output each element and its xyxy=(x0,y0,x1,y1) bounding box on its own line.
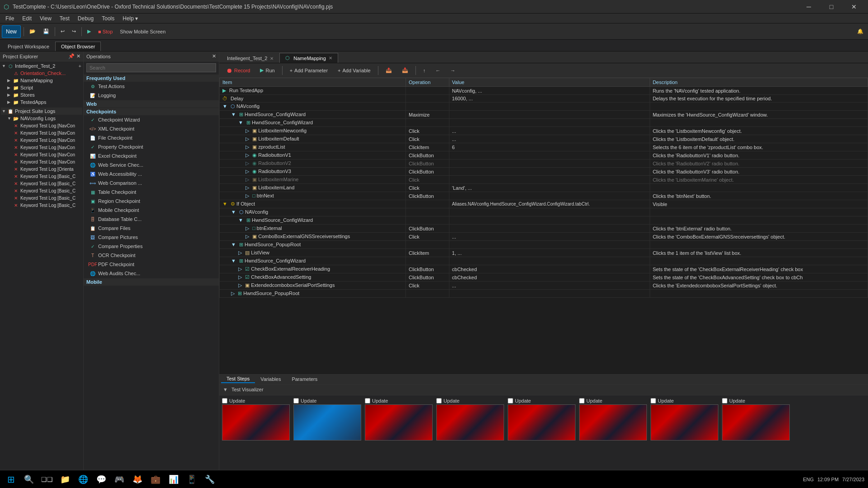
tree-item-intellegent-test[interactable]: ▼ ⬡ Intellegent_Test_2 + xyxy=(1,62,82,70)
tv-thumbnail-2[interactable] xyxy=(293,404,361,441)
tv-thumbnail-3[interactable] xyxy=(365,404,433,441)
tab-namemapping[interactable]: ⬡ NameMapping ✕ xyxy=(279,53,338,63)
new-button[interactable]: New xyxy=(2,25,21,38)
table-row[interactable]: ▷ □ btnExternal ClickButton Clicks the '… xyxy=(220,225,868,233)
start-button[interactable]: ⊞ xyxy=(4,472,18,487)
menu-view[interactable]: View xyxy=(36,14,55,23)
menu-debug[interactable]: Debug xyxy=(74,14,97,23)
table-row[interactable]: ▷ ▣ zproductList ClickItem 6 Selects the… xyxy=(220,143,868,151)
tv-checkbox-4[interactable] xyxy=(436,398,442,404)
ops-item-xml-checkpoint[interactable]: </> XML Checkpoint xyxy=(84,124,219,133)
menu-tools[interactable]: Tools xyxy=(98,14,118,23)
firefox-icon[interactable]: 🦊 xyxy=(130,472,145,487)
ops-item-database-table[interactable]: 🗄 Database Table C... xyxy=(84,215,219,224)
tree-item-script[interactable]: ▶ 📁 Script xyxy=(1,84,82,91)
tree-item-log-orienta[interactable]: ✕ Keyword Test Log [Orienta xyxy=(1,165,82,173)
tree-item-namemapping[interactable]: ▶ 📁 NameMapping xyxy=(1,77,82,84)
sidebar-close-icon[interactable]: ✕ xyxy=(76,53,80,59)
tree-item-tested-apps[interactable]: ▶ 📁 TestedApps xyxy=(1,99,82,106)
tv-thumbnail-7[interactable] xyxy=(651,404,718,441)
tab-intellegent-test[interactable]: Intellegent_Test_2 ✕ xyxy=(221,53,279,63)
tv-thumbnail-6[interactable] xyxy=(579,404,647,441)
tv-checkbox-8[interactable] xyxy=(722,398,727,404)
menu-file[interactable]: File xyxy=(2,14,18,23)
table-row[interactable]: ▷ ▣ ListboxitemLand Click 'Land', ... xyxy=(220,184,868,192)
ops-item-compare-files[interactable]: 📋 Compare Files xyxy=(84,224,219,233)
show-mobile-button[interactable]: Show Mobile Screen xyxy=(117,25,168,38)
ops-close-icon[interactable]: ✕ xyxy=(212,53,216,59)
tv-thumbnail-5[interactable] xyxy=(508,404,576,441)
search-taskbar-icon[interactable]: 🔍 xyxy=(22,472,36,487)
tree-item-navconfig-logs[interactable]: ▼ 📂 NAVconfig Logs xyxy=(1,115,82,122)
table-row[interactable]: ▼ ⊞ HwndSource_PopupRoot xyxy=(220,241,868,249)
tree-item-log-basic4[interactable]: ✕ Keyword Test Log [Basic_C xyxy=(1,194,82,202)
tv-collapse-icon[interactable]: ▼ xyxy=(223,387,228,392)
save-button[interactable]: 💾 xyxy=(40,25,52,38)
table-row[interactable]: ▼ ⊞ HwndSource_ConfigWizard xyxy=(220,119,868,127)
table-row[interactable]: ▷ ▤ ListView ClickItem 1, ... Clicks the… xyxy=(220,249,868,257)
table-row[interactable]: ▷ ⊞ HwndSource_PopupRoot xyxy=(220,290,868,298)
teams-icon[interactable]: 💼 xyxy=(148,472,163,487)
ops-item-region-checkpoint[interactable]: ▣ Region Checkpoint xyxy=(84,197,219,206)
app-icon-3[interactable]: 🔧 xyxy=(203,472,217,487)
redo-button[interactable]: ↪ xyxy=(69,25,79,38)
tab-close-icon[interactable]: ✕ xyxy=(270,56,274,61)
table-row[interactable]: ▷ □ btnNext ClickButton Clicks the 'btnN… xyxy=(220,192,868,200)
ops-item-checkpoint-wizard[interactable]: ✓ Checkpoint Wizard xyxy=(84,115,219,124)
tree-item-log-2[interactable]: ✕ Keyword Test Log [NavCon xyxy=(1,129,82,136)
table-row[interactable]: ▷ ▣ ExtendedcomboboxSerialPortSettings C… xyxy=(220,282,868,290)
move-left-button[interactable]: ← xyxy=(431,65,444,76)
add-parameter-button[interactable]: + Add Parameter xyxy=(286,65,332,76)
ops-item-pdf-checkpoint[interactable]: PDF PDF Checkpoint xyxy=(84,260,219,269)
table-row[interactable]: ▷ ▣ ListboxitemNewconfig Click ... Click… xyxy=(220,127,868,135)
table-row[interactable]: ▷ ▣ ListboxitemMarine Click Clicks the '… xyxy=(220,176,868,184)
tv-checkbox-7[interactable] xyxy=(651,398,656,404)
menu-test[interactable]: Test xyxy=(56,14,73,23)
ops-item-test-actions[interactable]: ⚙ Test Actions xyxy=(84,82,219,91)
tree-item-log-1[interactable]: ✕ Keyword Test Log [NavCon xyxy=(1,122,82,129)
move-right-button[interactable]: → xyxy=(446,65,459,76)
tree-item-log-basic1[interactable]: ✕ Keyword Test Log [Basic_C xyxy=(1,173,82,180)
notifications-button[interactable]: 🔔 xyxy=(854,25,866,38)
tv-checkbox-1[interactable] xyxy=(222,398,227,404)
table-row[interactable]: ▼ ⚙ If Object Aliases.NAVconfig.HwndSour… xyxy=(220,200,868,208)
tree-item-log-basic2[interactable]: ✕ Keyword Test Log [Basic_C xyxy=(1,180,82,187)
table-row[interactable]: ▶ Run TestedApp NAVconfig, ... Runs the … xyxy=(220,87,868,95)
tree-section-logs[interactable]: ▼ 📋 Project Suite Logs xyxy=(1,108,82,115)
ops-item-compare-pictures[interactable]: 🖼 Compare Pictures xyxy=(84,233,219,242)
maximize-button[interactable]: □ xyxy=(821,0,842,14)
tv-thumbnail-1[interactable] xyxy=(222,404,290,441)
ops-item-property-checkpoint[interactable]: ✓ Property Checkpoint xyxy=(84,142,219,151)
table-row[interactable]: ▼ ⊞ HwndSource_ConfigWizard Maximize Max… xyxy=(220,111,868,119)
table-row[interactable]: ▷ ☑ CheckBoxAdvancedSetting ClickButton … xyxy=(220,273,868,282)
table-row[interactable]: ▷ ◉ RadiobuttonV3 ClickButton Clicks the… xyxy=(220,168,868,176)
ops-search-input[interactable] xyxy=(86,63,216,72)
table-row[interactable]: ▷ ◉ RadiobuttonV2 ClickButton Clicks the… xyxy=(220,160,868,168)
ops-item-file-checkpoint[interactable]: 📄 File Checkpoint xyxy=(84,133,219,142)
ops-section-web[interactable]: Web xyxy=(84,100,219,108)
tv-checkbox-6[interactable] xyxy=(579,398,585,404)
table-row[interactable]: ▼ ⊞ HwndSource_ConfigWizard xyxy=(220,216,868,225)
app-icon-2[interactable]: 📱 xyxy=(184,472,199,487)
table-row[interactable]: ▼ ⊞ HwndSource_ConfigWizard xyxy=(220,257,868,265)
tv-checkbox-5[interactable] xyxy=(508,398,513,404)
ops-item-table-checkpoint[interactable]: ▦ Table Checkpoint xyxy=(84,188,219,197)
ops-section-mobile[interactable]: Mobile xyxy=(84,278,219,286)
import-button[interactable]: 📥 xyxy=(398,65,412,76)
discord-icon[interactable]: 💬 xyxy=(94,472,108,487)
table-row[interactable]: ▼ ⬡ NAVconfig xyxy=(220,103,868,111)
tab-close-icon[interactable]: ✕ xyxy=(329,56,332,61)
table-row[interactable]: ▷ ▣ ComboBoxExternalGNSSreceiversettings… xyxy=(220,233,868,241)
ops-item-mobile-checkpoint[interactable]: 📱 Mobile Checkpoint xyxy=(84,206,219,215)
minimize-button[interactable]: ─ xyxy=(798,0,819,14)
tree-item-log-basic5[interactable]: ✕ Keyword Test Log [Basic_C xyxy=(1,202,82,209)
task-view-icon[interactable]: ❑❑ xyxy=(40,472,54,487)
tab-project-workspace[interactable]: Project Workspace xyxy=(2,42,55,51)
tv-checkbox-2[interactable] xyxy=(293,398,299,404)
steam-icon[interactable]: 🎮 xyxy=(112,472,127,487)
table-row[interactable]: ▼ ⬡ NAVconfig xyxy=(220,208,868,216)
app-icon-1[interactable]: 📊 xyxy=(166,472,181,487)
run-project-button[interactable]: ▶ xyxy=(85,25,94,38)
table-row[interactable]: ▷ ◉ RadiobuttonV1 ClickButton Clicks the… xyxy=(220,151,868,160)
tv-thumbnail-4[interactable] xyxy=(436,404,504,441)
